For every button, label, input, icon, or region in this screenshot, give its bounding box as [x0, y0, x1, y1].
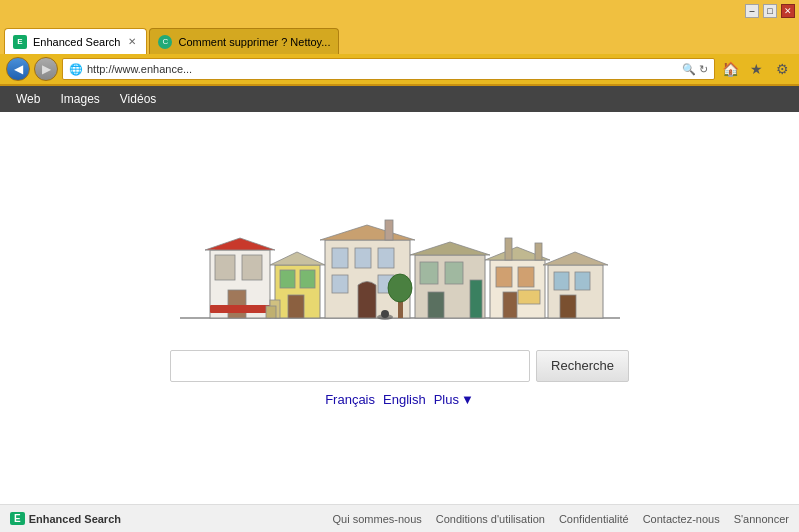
svg-rect-12: [266, 306, 276, 318]
back-button[interactable]: ◀: [6, 57, 30, 81]
svg-rect-28: [496, 267, 512, 287]
site-favicon: 🌐: [69, 63, 83, 76]
search-bar: Recherche: [170, 350, 629, 382]
svg-point-39: [381, 310, 389, 318]
svg-rect-24: [445, 262, 463, 284]
tab-label-1: Enhanced Search: [33, 36, 120, 48]
svg-rect-30: [503, 292, 517, 318]
search-button[interactable]: Recherche: [536, 350, 629, 382]
svg-rect-2: [215, 255, 235, 280]
svg-rect-15: [355, 248, 371, 268]
svg-rect-33: [535, 243, 542, 260]
logo-illustration: [180, 210, 620, 330]
svg-rect-23: [420, 262, 438, 284]
close-button[interactable]: ✕: [781, 4, 795, 18]
tab-close-1[interactable]: ✕: [126, 36, 138, 47]
svg-rect-10: [288, 295, 304, 318]
footer-link-contact[interactable]: Contactez-nous: [643, 513, 720, 525]
svg-rect-17: [332, 275, 348, 293]
svg-rect-9: [300, 270, 315, 288]
tab-favicon-2: C: [158, 35, 172, 49]
nav-web[interactable]: Web: [6, 88, 50, 110]
address-icons: 🔍 ↻: [682, 63, 708, 76]
footer-links: Qui sommes-nous Conditions d'utilisation…: [333, 513, 789, 525]
svg-rect-25: [428, 292, 444, 318]
footer-brand-text: Enhanced Search: [29, 513, 121, 525]
language-francais[interactable]: Français: [325, 392, 375, 407]
settings-icon[interactable]: ⚙: [771, 58, 793, 80]
favorite-icon[interactable]: ★: [745, 58, 767, 80]
main-content: Recherche Français English Plus ▼: [0, 112, 799, 504]
svg-point-20: [388, 274, 412, 302]
address-bar: ◀ ▶ 🌐 http://www.enhance... 🔍 ↻ 🏠 ★ ⚙: [0, 54, 799, 86]
svg-rect-6: [210, 305, 270, 313]
footer-link-terms[interactable]: Conditions d'utilisation: [436, 513, 545, 525]
footer: E Enhanced Search Qui sommes-nous Condit…: [0, 504, 799, 532]
forward-button[interactable]: ▶: [34, 57, 58, 81]
search-address-icon[interactable]: 🔍: [682, 63, 696, 76]
toolbar-icons: 🏠 ★ ⚙: [719, 58, 793, 80]
svg-rect-16: [378, 248, 394, 268]
tab-bar: E Enhanced Search ✕ C Comment supprimer …: [0, 22, 799, 54]
language-english[interactable]: English: [383, 392, 426, 407]
address-text: http://www.enhance...: [87, 63, 678, 75]
svg-rect-26: [470, 280, 482, 318]
footer-link-about[interactable]: Qui sommes-nous: [333, 513, 422, 525]
nav-videos[interactable]: Vidéos: [110, 88, 166, 110]
footer-logo-icon: E: [10, 512, 25, 525]
svg-rect-31: [518, 290, 540, 304]
svg-rect-14: [332, 248, 348, 268]
refresh-icon[interactable]: ↻: [699, 63, 708, 76]
language-more[interactable]: Plus ▼: [434, 392, 474, 407]
nav-images[interactable]: Images: [50, 88, 109, 110]
home-icon[interactable]: 🏠: [719, 58, 741, 80]
language-links: Français English Plus ▼: [325, 392, 474, 407]
svg-rect-3: [242, 255, 262, 280]
search-input[interactable]: [170, 350, 530, 382]
tab-favicon-1: E: [13, 35, 27, 49]
footer-link-advertise[interactable]: S'annoncer: [734, 513, 789, 525]
svg-rect-21: [385, 220, 393, 240]
address-input-container[interactable]: 🌐 http://www.enhance... 🔍 ↻: [62, 58, 715, 80]
tab-comment[interactable]: C Comment supprimer ? Nettoy...: [149, 28, 339, 54]
svg-rect-8: [280, 270, 295, 288]
svg-rect-32: [505, 238, 512, 260]
svg-rect-37: [560, 295, 576, 318]
svg-rect-36: [575, 272, 590, 290]
footer-brand: E Enhanced Search: [10, 512, 121, 525]
svg-rect-29: [518, 267, 534, 287]
title-bar: – □ ✕: [0, 0, 799, 22]
nav-menu: Web Images Vidéos: [0, 86, 799, 112]
buildings-svg: [180, 210, 620, 330]
maximize-button[interactable]: □: [763, 4, 777, 18]
footer-link-privacy[interactable]: Confidentialité: [559, 513, 629, 525]
svg-rect-35: [554, 272, 569, 290]
tab-label-2: Comment supprimer ? Nettoy...: [178, 36, 330, 48]
tab-enhanced-search[interactable]: E Enhanced Search ✕: [4, 28, 147, 54]
minimize-button[interactable]: –: [745, 4, 759, 18]
search-area: Recherche Français English Plus ▼: [170, 350, 629, 407]
svg-rect-4: [228, 290, 246, 318]
